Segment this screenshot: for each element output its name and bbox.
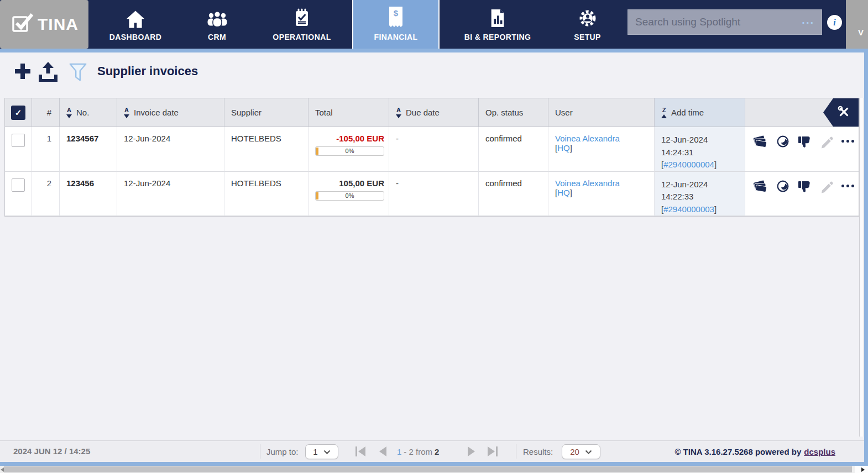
- header-op-status[interactable]: Op. status: [479, 98, 548, 127]
- row-checkbox-cell: [5, 172, 32, 217]
- plus-icon: [12, 74, 33, 83]
- cell-supplier: HOTELBEDS: [224, 127, 308, 172]
- view-eye-icon[interactable]: [775, 180, 791, 194]
- cell-due-date: -: [389, 127, 479, 172]
- progress-segment: [316, 192, 318, 199]
- tab-label: SETUP: [574, 33, 601, 41]
- first-page-button[interactable]: [355, 446, 365, 456]
- select-all-checkbox[interactable]: ✓: [11, 106, 25, 120]
- tab-dashboard[interactable]: DASHBOARD: [88, 0, 182, 49]
- tab-label: BI & REPORTING: [464, 33, 531, 41]
- tab-operational[interactable]: OPERATIONAL: [252, 0, 352, 49]
- tab-label: DASHBOARD: [109, 33, 162, 41]
- header-supplier[interactable]: Supplier: [224, 98, 308, 127]
- tab-label: FINANCIAL: [374, 33, 417, 41]
- last-page-button[interactable]: [488, 446, 498, 456]
- reject-thumbs-down-icon[interactable]: [797, 135, 813, 150]
- edit-pencil-icon[interactable]: [819, 135, 835, 150]
- receipt-dollar-icon: $: [388, 6, 404, 29]
- footer-divider: [260, 444, 260, 459]
- footer-divider: [516, 444, 516, 459]
- svg-text:$: $: [394, 8, 399, 18]
- import-upload-button[interactable]: [36, 61, 60, 85]
- cell-no: 1234567: [60, 127, 117, 172]
- column-settings-button[interactable]: [823, 98, 859, 127]
- search-more-icon[interactable]: ...: [802, 14, 814, 27]
- top-blue-strip: [0, 49, 868, 52]
- progress-label: 0%: [316, 192, 384, 200]
- payment-money-icon[interactable]: [752, 180, 768, 194]
- table-row: 2 123456 12-Jun-2024 HOTELBEDS 105,00 EU…: [5, 172, 859, 217]
- app-logo[interactable]: TINA: [0, 0, 88, 49]
- add-invoice-button[interactable]: [12, 61, 33, 84]
- sort-az-icon: A: [124, 107, 129, 118]
- cell-actions: [745, 172, 859, 217]
- next-page-button[interactable]: [468, 446, 475, 456]
- table-vertical-scrollbar[interactable]: [859, 98, 864, 437]
- record-ref-link[interactable]: #2940000004: [663, 160, 714, 169]
- filter-button[interactable]: [69, 62, 87, 86]
- header-total[interactable]: Total: [308, 98, 389, 127]
- org-link[interactable]: HQ: [557, 188, 570, 197]
- scroll-right-arrow-icon[interactable]: [861, 467, 865, 472]
- supplier-invoices-table: ✓ # A No. A Invoice date Supplier Total …: [4, 98, 859, 217]
- user-menu-text: V: [858, 28, 864, 37]
- cell-add-time: 12-Jun-2024 14:22:33 [#2940000003]: [655, 172, 745, 217]
- tab-financial[interactable]: $ FINANCIAL: [352, 0, 440, 49]
- row-checkbox[interactable]: [12, 134, 25, 147]
- edit-pencil-icon[interactable]: [819, 180, 835, 195]
- cell-invoice-date: 12-Jun-2024: [117, 127, 224, 172]
- more-actions-icon[interactable]: [841, 140, 854, 143]
- header-due-date[interactable]: A Due date: [389, 98, 479, 127]
- reject-thumbs-down-icon[interactable]: [797, 180, 813, 195]
- gear-user-icon: [577, 6, 598, 29]
- tab-bi-reporting[interactable]: BI & REPORTING: [440, 0, 556, 49]
- sort-az-icon: A: [396, 107, 401, 118]
- horizontal-scrollbar[interactable]: [0, 466, 868, 473]
- user-menu-truncated[interactable]: V: [846, 0, 868, 49]
- user-link[interactable]: Voinea Alexandra: [555, 134, 620, 143]
- home-icon: [125, 6, 146, 29]
- row-checkbox[interactable]: [12, 178, 25, 192]
- payment-progress-bar: 0%: [315, 191, 384, 201]
- sort-az-icon: A: [66, 107, 72, 118]
- payment-money-icon[interactable]: [752, 135, 768, 149]
- cell-total: -105,00 EUR 0%: [308, 127, 389, 172]
- scrollbar-thumb[interactable]: [4, 466, 852, 472]
- select-all-header: ✓: [5, 98, 32, 127]
- jump-to-select[interactable]: 1: [305, 444, 338, 459]
- logo-checkbox-icon: [10, 12, 34, 36]
- dcsplus-link[interactable]: dcsplus: [804, 447, 835, 456]
- search-input[interactable]: [628, 9, 822, 35]
- sort-za-icon: Z: [661, 107, 667, 118]
- results-per-page-select[interactable]: 20: [562, 444, 600, 459]
- info-icon[interactable]: i: [827, 15, 842, 30]
- pagination-status: 1- 2 from2: [397, 447, 439, 456]
- row-checkbox-cell: [5, 127, 32, 172]
- clipboard-check-icon: [292, 6, 312, 29]
- tab-crm[interactable]: CRM: [182, 0, 252, 49]
- more-actions-icon[interactable]: [841, 185, 854, 187]
- header-user[interactable]: User: [548, 98, 655, 127]
- tab-setup[interactable]: SETUP: [556, 0, 619, 49]
- chevron-down-icon: [323, 447, 331, 456]
- right-blue-strip: [864, 52, 868, 462]
- upload-icon: [36, 75, 60, 85]
- table-row: 1 1234567 12-Jun-2024 HOTELBEDS -105,00 …: [5, 127, 859, 172]
- view-eye-icon[interactable]: [775, 135, 791, 149]
- header-no[interactable]: A No.: [60, 98, 117, 127]
- header-add-time[interactable]: Z Add time: [655, 98, 745, 127]
- payment-progress-bar: 0%: [315, 146, 384, 156]
- user-link[interactable]: Voinea Alexandra: [555, 178, 620, 188]
- record-ref-link[interactable]: #2940000003: [663, 204, 714, 214]
- org-link[interactable]: HQ: [557, 143, 570, 153]
- chevron-down-icon: [585, 447, 592, 456]
- cell-op-status: confirmed: [479, 127, 548, 172]
- crossed-tools-icon: [836, 104, 851, 121]
- header-invoice-date[interactable]: A Invoice date: [117, 98, 224, 127]
- cell-actions: [745, 127, 859, 172]
- header-tools: [745, 98, 859, 127]
- progress-segment: [316, 148, 318, 155]
- cell-user: Voinea Alexandra [HQ]: [548, 127, 655, 172]
- prev-page-button[interactable]: [379, 446, 386, 456]
